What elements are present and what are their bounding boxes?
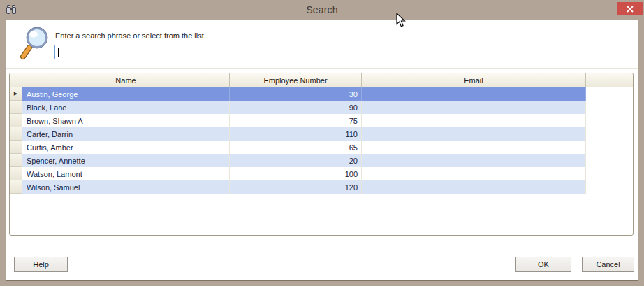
- row-selector-cell[interactable]: [10, 154, 22, 167]
- employee-grid: Name Employee Number Email ▶ Austin, Geo…: [9, 73, 634, 236]
- section-divider: [6, 68, 638, 69]
- row-selector-cell[interactable]: [10, 141, 22, 154]
- table-row[interactable]: Black, Lane 90: [10, 101, 633, 114]
- cell-name[interactable]: Black, Lane: [22, 101, 230, 114]
- table-row[interactable]: Watson, Lamont 100: [10, 167, 633, 180]
- cell-filler: [586, 167, 633, 180]
- cell-filler: [586, 87, 633, 101]
- cell-name[interactable]: Curtis, Amber: [22, 141, 230, 154]
- search-dialog: Search Enter a search phrase or select f…: [0, 0, 644, 286]
- column-header-name[interactable]: Name: [22, 73, 230, 87]
- text-caret: [58, 48, 59, 57]
- search-instruction-label: Enter a search phrase or select from the…: [55, 31, 206, 40]
- cell-employee-number[interactable]: 65: [230, 141, 362, 154]
- cell-employee-number[interactable]: 110: [230, 127, 362, 141]
- row-selector-cell[interactable]: ▶: [10, 87, 22, 101]
- cell-employee-number[interactable]: 120: [230, 180, 362, 194]
- row-selector-cell[interactable]: [10, 180, 22, 194]
- search-input-box: [54, 45, 631, 59]
- window-title: Search: [0, 0, 644, 20]
- cell-name[interactable]: Carter, Darrin: [22, 127, 230, 141]
- row-selector-header: [10, 73, 22, 87]
- cell-filler: [586, 154, 633, 167]
- cell-employee-number[interactable]: 20: [230, 154, 362, 167]
- arrow-right-icon: ▶: [14, 91, 17, 96]
- ok-button[interactable]: OK: [515, 257, 571, 272]
- cell-employee-number[interactable]: 100: [230, 167, 362, 180]
- cell-email[interactable]: [362, 101, 586, 114]
- cell-name[interactable]: Austin, George: [22, 87, 230, 101]
- cell-employee-number[interactable]: 90: [230, 101, 362, 114]
- cell-filler: [586, 101, 633, 114]
- cell-email[interactable]: [362, 167, 586, 180]
- titlebar[interactable]: Search: [0, 0, 644, 20]
- cell-email[interactable]: [362, 180, 586, 194]
- cell-name[interactable]: Spencer, Annette: [22, 154, 230, 167]
- cell-filler: [586, 180, 633, 194]
- cell-email[interactable]: [362, 154, 586, 167]
- grid-header-row: Name Employee Number Email: [10, 73, 633, 87]
- column-header-filler: [586, 73, 633, 87]
- mouse-cursor: [396, 13, 406, 31]
- table-row[interactable]: Spencer, Annette 20: [10, 154, 633, 167]
- cell-name[interactable]: Brown, Shawn A: [22, 114, 230, 127]
- cell-filler: [586, 141, 633, 154]
- table-row[interactable]: ▶ Austin, George 30: [10, 87, 633, 101]
- magnifier-icon: [19, 26, 50, 61]
- dialog-client-area: Enter a search phrase or select from the…: [6, 20, 638, 281]
- table-row[interactable]: Carter, Darrin 110: [10, 127, 633, 141]
- cell-name[interactable]: Watson, Lamont: [22, 167, 230, 180]
- column-header-employee-number[interactable]: Employee Number: [230, 73, 362, 87]
- column-header-email[interactable]: Email: [362, 73, 586, 87]
- cell-email[interactable]: [362, 127, 586, 141]
- close-icon[interactable]: [617, 2, 643, 15]
- table-row[interactable]: Curtis, Amber 65: [10, 141, 633, 154]
- cell-filler: [586, 114, 633, 127]
- cancel-button[interactable]: Cancel: [582, 257, 634, 272]
- help-button[interactable]: Help: [14, 257, 68, 272]
- table-row[interactable]: Wilson, Samuel 120: [10, 180, 633, 194]
- row-selector-cell[interactable]: [10, 114, 22, 127]
- cell-email[interactable]: [362, 87, 586, 101]
- cell-employee-number[interactable]: 75: [230, 114, 362, 127]
- row-selector-cell[interactable]: [10, 101, 22, 114]
- search-input[interactable]: [58, 46, 629, 58]
- row-selector-cell[interactable]: [10, 167, 22, 180]
- cell-filler: [586, 127, 633, 141]
- row-selector-cell[interactable]: [10, 127, 22, 141]
- cell-email[interactable]: [362, 141, 586, 154]
- table-row[interactable]: Brown, Shawn A 75: [10, 114, 633, 127]
- cell-email[interactable]: [362, 114, 586, 127]
- cell-name[interactable]: Wilson, Samuel: [22, 180, 230, 194]
- cell-employee-number[interactable]: 30: [230, 87, 362, 101]
